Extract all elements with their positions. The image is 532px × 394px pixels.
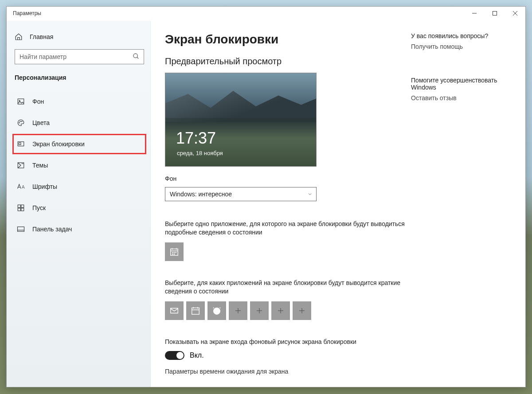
svg-point-26 — [176, 252, 176, 253]
signin-bg-toggle-row: Вкл. — [165, 351, 411, 360]
sidebar-item-label: Экран блокировки — [32, 140, 85, 148]
svg-rect-16 — [18, 208, 20, 211]
svg-rect-6 — [18, 99, 24, 104]
feedback-link[interactable]: Оставить отзыв — [411, 94, 512, 101]
sidebar-item-label: Темы — [32, 162, 48, 169]
page-title: Экран блокировки — [165, 32, 411, 47]
lockscreen-icon — [16, 140, 25, 148]
quick-app-add-2[interactable] — [250, 301, 269, 320]
main-area: Экран блокировки Предварительный просмот… — [151, 21, 525, 387]
svg-point-8 — [19, 122, 20, 123]
quick-app-add-4[interactable] — [293, 301, 311, 320]
sidebar-item-label: Пуск — [32, 204, 46, 211]
home-icon — [15, 32, 23, 41]
sidebar-item-label: Панель задач — [32, 226, 72, 233]
plus-icon — [234, 307, 242, 315]
settings-window: Параметры Главная — [6, 6, 526, 387]
sidebar-item-label: Фон — [32, 98, 44, 105]
improve-title: Помогите усовершенствовать Windows — [411, 77, 512, 91]
sidebar-item-colors[interactable]: Цвета — [13, 113, 146, 133]
sidebar-item-background[interactable]: Фон — [13, 92, 146, 111]
calendar-icon — [169, 247, 179, 257]
calendar-icon — [191, 306, 200, 316]
quick-app-mail[interactable] — [165, 301, 184, 320]
mail-icon — [169, 306, 179, 316]
svg-rect-1 — [493, 12, 497, 16]
chevron-down-icon — [307, 191, 313, 197]
preview-time: 17:37 — [176, 129, 216, 148]
sidebar-item-label: Шрифты — [32, 183, 57, 190]
start-icon — [16, 203, 25, 212]
svg-rect-29 — [192, 308, 200, 315]
signin-bg-toggle[interactable] — [165, 351, 184, 360]
svg-point-9 — [20, 121, 21, 122]
search-input[interactable] — [15, 49, 144, 64]
sidebar: Главная Персонализация Фон Цвета — [7, 21, 151, 387]
screen-timeout-link[interactable]: Параметры времени ожидания для экрана — [165, 368, 411, 375]
quick-app-alarm[interactable] — [207, 301, 226, 320]
window-body: Главная Персонализация Фон Цвета — [7, 21, 525, 387]
close-button[interactable] — [505, 7, 525, 20]
detailed-app-label: Выберите одно приложение, для которого н… — [165, 220, 411, 237]
right-column: У вас появились вопросы? Получить помощь… — [411, 32, 525, 387]
quick-app-add-3[interactable] — [271, 301, 290, 320]
help-title: У вас появились вопросы? — [411, 32, 512, 39]
minimize-button[interactable] — [464, 7, 485, 20]
preview-heading: Предварительный просмотр — [165, 56, 411, 66]
background-dropdown[interactable]: Windows: интересное — [165, 187, 317, 201]
palette-icon — [16, 118, 25, 127]
sidebar-item-lockscreen[interactable]: Экран блокировки — [13, 134, 146, 154]
fonts-icon — [16, 182, 25, 191]
svg-rect-18 — [18, 227, 24, 232]
sidebar-item-start[interactable]: Пуск — [13, 198, 146, 218]
svg-point-28 — [174, 254, 175, 254]
maximize-button[interactable] — [485, 7, 505, 20]
sidebar-item-taskbar[interactable]: Панель задач — [13, 219, 146, 239]
svg-rect-15 — [21, 205, 24, 207]
home-link[interactable]: Главная — [13, 29, 146, 49]
taskbar-icon — [16, 225, 25, 234]
svg-point-4 — [133, 54, 137, 58]
svg-rect-17 — [21, 208, 24, 211]
sidebar-item-fonts[interactable]: Шрифты — [13, 177, 146, 196]
window-controls — [464, 7, 525, 20]
detailed-app-row — [165, 242, 411, 261]
sidebar-section-title: Персонализация — [13, 74, 146, 92]
svg-line-5 — [137, 57, 138, 59]
get-help-link[interactable]: Получить помощь — [411, 43, 512, 50]
background-label: Фон — [165, 175, 411, 183]
svg-rect-12 — [19, 143, 21, 145]
quick-app-calendar[interactable] — [186, 301, 205, 320]
svg-point-27 — [172, 254, 173, 254]
main-content: Экран блокировки Предварительный просмот… — [165, 32, 411, 387]
sidebar-item-themes[interactable]: Темы — [13, 156, 146, 175]
alarm-icon — [212, 306, 222, 316]
home-label: Главная — [30, 33, 53, 40]
picture-icon — [16, 97, 25, 106]
signin-bg-label: Показывать на экране входа фоновый рисун… — [165, 338, 411, 347]
quick-app-add-1[interactable] — [229, 301, 247, 320]
dropdown-value: Windows: интересное — [170, 191, 232, 198]
search-field[interactable] — [15, 49, 144, 64]
preview-date: среда, 18 ноября — [177, 150, 223, 156]
search-icon — [133, 53, 140, 60]
plus-icon — [298, 307, 306, 315]
plus-icon — [255, 307, 263, 315]
svg-point-10 — [22, 121, 23, 122]
toggle-state-label: Вкл. — [190, 351, 204, 359]
svg-point-24 — [172, 252, 173, 253]
detailed-app-calendar[interactable] — [165, 242, 184, 261]
lockscreen-preview: 17:37 среда, 18 ноября — [165, 73, 317, 167]
quick-apps-label: Выберите, для каких приложений на экране… — [165, 279, 411, 296]
svg-point-25 — [174, 252, 175, 253]
plus-icon — [277, 307, 285, 315]
sidebar-item-label: Цвета — [32, 119, 50, 126]
svg-rect-14 — [18, 205, 20, 207]
titlebar: Параметры — [7, 7, 525, 21]
themes-icon — [16, 161, 25, 170]
app-title: Параметры — [7, 7, 41, 16]
quick-apps-row — [165, 301, 411, 320]
